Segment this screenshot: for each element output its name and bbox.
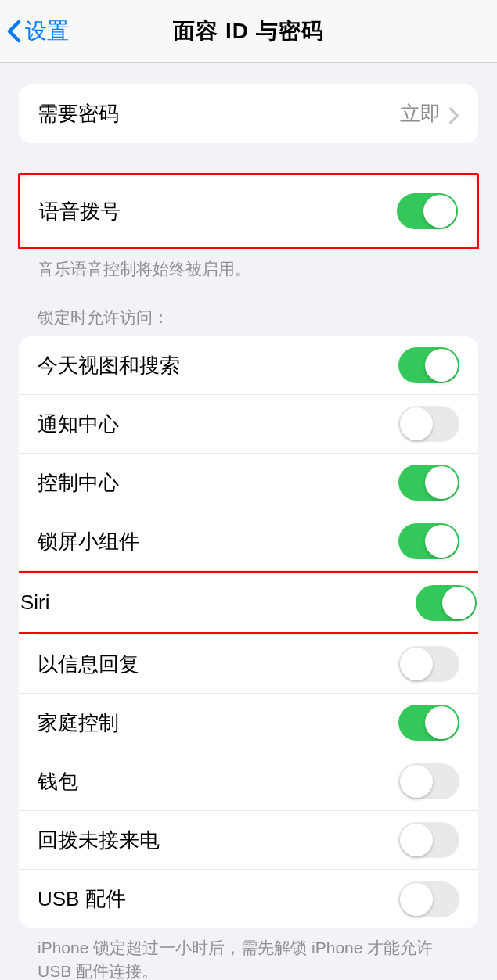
lock-item-row[interactable]: 钱包 [19,752,478,811]
lock-section-header: 锁定时允许访问： [19,307,478,336]
lock-item-label: 今天视图和搜索 [38,352,180,379]
back-label: 设置 [25,16,69,46]
lock-item-row[interactable]: 家庭控制 [19,694,478,752]
lock-item-label: Siri [20,591,50,615]
lock-item-row[interactable]: 控制中心 [19,454,478,512]
lock-item-label: 锁屏小组件 [38,528,139,555]
lock-item-toggle[interactable] [398,465,459,501]
voice-dial-toggle[interactable] [397,193,458,229]
lock-item-toggle[interactable] [398,763,459,799]
lock-item-toggle[interactable] [398,523,459,559]
lock-item-toggle[interactable] [398,705,459,741]
voice-dial-footer: 音乐语音控制将始终被启用。 [19,249,478,280]
lock-item-label: 钱包 [38,768,78,795]
lock-item-row[interactable]: 今天视图和搜索 [19,336,478,395]
lock-item-row[interactable]: Siri [19,573,478,632]
chevron-right-icon [448,106,459,123]
voice-dial-label: 语音拨号 [39,198,121,225]
lock-item-toggle[interactable] [398,881,459,917]
lock-item-label: 控制中心 [38,469,119,497]
require-passcode-label: 需要密码 [38,100,119,127]
passcode-group: 需要密码 立即 [19,84,478,143]
lock-item-label: 通知中心 [38,411,119,438]
lock-item-toggle[interactable] [398,347,459,383]
highlight-voice-dial: 语音拨号 [18,173,479,249]
lock-access-group: 今天视图和搜索通知中心控制中心锁屏小组件Siri以信息回复家庭控制钱包回拨未接来… [19,336,478,928]
lock-item-label: USB 配件 [38,885,126,913]
highlight-siri: Siri [19,571,478,634]
lock-item-toggle[interactable] [416,585,477,621]
lock-item-label: 以信息回复 [38,651,139,678]
chevron-left-icon [6,20,22,43]
lock-section-footer: iPhone 锁定超过一小时后，需先解锁 iPhone 才能允许 USB 配件连… [19,928,478,980]
header-bar: 设置 面容 ID 与密码 [0,0,497,63]
lock-item-label: 家庭控制 [38,709,119,737]
page-title: 面容 ID 与密码 [173,16,324,46]
lock-item-row[interactable]: USB 配件 [19,870,478,928]
lock-item-toggle[interactable] [398,646,459,682]
lock-item-toggle[interactable] [398,822,459,858]
require-passcode-row[interactable]: 需要密码 立即 [19,84,478,143]
lock-item-row[interactable]: 锁屏小组件 [19,512,478,571]
require-passcode-value: 立即 [400,100,459,127]
back-button[interactable]: 设置 [0,16,69,46]
lock-item-toggle[interactable] [398,406,459,442]
voice-dial-row[interactable]: 语音拨号 [20,175,477,247]
lock-item-label: 回拨未接来电 [38,827,160,854]
lock-item-row[interactable]: 通知中心 [19,395,478,454]
lock-item-row[interactable]: 回拨未接来电 [19,811,478,870]
lock-item-row[interactable]: 以信息回复 [19,635,478,694]
